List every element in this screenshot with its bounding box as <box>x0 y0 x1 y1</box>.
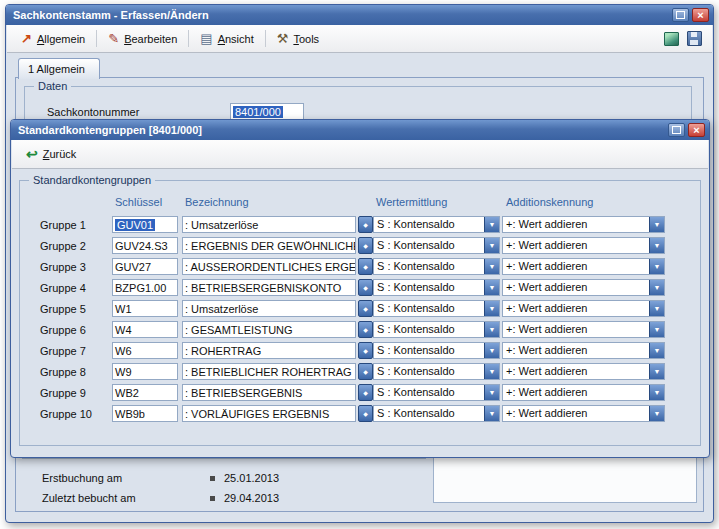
wertermittlung-select[interactable]: S : Kontensaldo▼ <box>373 279 500 296</box>
bezeichnung-field[interactable]: : BETRIEBSERGEBNIS <box>182 384 356 401</box>
lookup-button[interactable]: ◆ <box>358 279 373 296</box>
bezeichnung-field[interactable]: : VORLÄUFIGES ERGEBNIS <box>182 405 356 422</box>
bezeichnung-field[interactable]: : BETRIEBSERGEBNISKONTO <box>182 279 356 296</box>
gruppe-label: Gruppe 3 <box>40 261 112 273</box>
wertermittlung-select[interactable]: S : Kontensaldo▼ <box>373 405 500 422</box>
bezeichnung-field[interactable]: : BETRIEBLICHER ROHERTRAG <box>182 363 356 380</box>
zuletzt-bebucht-row: Zuletzt bebucht am 29.04.2013 <box>42 492 279 504</box>
additionskennung-select[interactable]: +: Wert addieren▼ <box>502 405 665 422</box>
additionskennung-select[interactable]: +: Wert addieren▼ <box>502 342 665 359</box>
back-icon: ↩ <box>26 147 38 161</box>
lookup-button[interactable]: ◆ <box>358 321 373 338</box>
close-button[interactable]: × <box>692 8 709 22</box>
schluessel-value: BZPG1.00 <box>115 282 166 294</box>
wertermittlung-select[interactable]: S : Kontensaldo▼ <box>373 216 500 233</box>
wertermittlung-select[interactable]: S : Kontensaldo▼ <box>373 300 500 317</box>
bezeichnung-field[interactable]: : ROHERTRAG <box>182 342 356 359</box>
menu-tools[interactable]: ⚒ Tools <box>269 29 327 48</box>
schluessel-field[interactable]: W1 <box>112 300 178 317</box>
wertermittlung-select[interactable]: S : Kontensaldo▼ <box>373 363 500 380</box>
schluessel-value: WB9b <box>115 408 145 420</box>
dialog-toolbar: ↩ Zurück <box>12 140 708 169</box>
toolbar-separator <box>96 30 97 47</box>
schluessel-field[interactable]: WB9b <box>112 405 178 422</box>
schluessel-field[interactable]: WB2 <box>112 384 178 401</box>
wertermittlung-select[interactable]: S : Kontensaldo▼ <box>373 384 500 401</box>
dialog-close-button[interactable]: × <box>688 123 705 137</box>
additionskennung-select[interactable]: +: Wert addieren▼ <box>502 363 665 380</box>
dialog-window: Standardkontengruppen [8401/000] × ↩ Zur… <box>10 119 710 458</box>
konto-row: Gruppe 9 WB2 : BETRIEBSERGEBNIS ◆ S : Ko… <box>20 383 698 402</box>
additionskennung-select[interactable]: +: Wert addieren▼ <box>502 216 665 233</box>
package-icon[interactable] <box>664 32 679 46</box>
dropdown-arrow-icon: ▼ <box>484 406 499 421</box>
menu-allgemein[interactable]: ↗ Allgemein <box>13 29 93 48</box>
dropdown-arrow-icon: ▼ <box>649 259 664 274</box>
zurueck-button[interactable]: ↩ Zurück <box>18 144 84 164</box>
dropdown-arrow-icon: ▼ <box>649 280 664 295</box>
schluessel-field[interactable]: GUV24.S3 <box>112 237 178 254</box>
lookup-button[interactable]: ◆ <box>358 237 373 254</box>
lookup-button[interactable]: ◆ <box>358 300 373 317</box>
lookup-icon: ◆ <box>363 389 368 396</box>
schluessel-field[interactable]: W6 <box>112 342 178 359</box>
save-icon[interactable] <box>687 31 702 46</box>
konto-row: Gruppe 4 BZPG1.00 : BETRIEBSERGEBNISKONT… <box>20 278 698 297</box>
dropdown-arrow-icon: ▼ <box>649 406 664 421</box>
schluessel-value: W4 <box>115 324 132 336</box>
dialog-titlebar: Standardkontengruppen [8401/000] × <box>11 120 709 140</box>
tab-allgemein[interactable]: 1 Allgemein <box>18 58 100 79</box>
gruppe-label: Gruppe 4 <box>40 282 112 294</box>
wertermittlung-select[interactable]: S : Kontensaldo▼ <box>373 321 500 338</box>
menu-bearbeiten[interactable]: ✎ Bearbeiten <box>100 29 185 48</box>
schluessel-field[interactable]: GUV27 <box>112 258 178 275</box>
lookup-button[interactable]: ◆ <box>358 405 373 422</box>
lookup-icon: ◆ <box>363 263 368 270</box>
menu-ansicht[interactable]: ▤ Ansicht <box>192 29 261 48</box>
additionskennung-value: +: Wert addieren <box>503 217 649 232</box>
bezeichnung-field[interactable]: : Umsatzerlöse <box>182 216 356 233</box>
additionskennung-select[interactable]: +: Wert addieren▼ <box>502 321 665 338</box>
dialog-minimize-button[interactable] <box>668 123 685 137</box>
dropdown-arrow-icon: ▼ <box>484 238 499 253</box>
bezeichnung-field[interactable]: : Umsatzerlöse <box>182 300 356 317</box>
menu-tools-label: Tools <box>293 33 319 45</box>
wertermittlung-select[interactable]: S : Kontensaldo▼ <box>373 258 500 275</box>
group-divider <box>22 458 426 459</box>
minimize-button[interactable] <box>672 8 689 22</box>
bezeichnung-field[interactable]: : ERGEBNIS DER GEWÖHNLICHEN GES <box>182 237 356 254</box>
additionskennung-select[interactable]: +: Wert addieren▼ <box>502 279 665 296</box>
sachkontonummer-label: Sachkontonummer <box>47 106 139 118</box>
sachkontonummer-input[interactable]: 8401/000 <box>230 103 304 120</box>
schluessel-field[interactable]: BZPG1.00 <box>112 279 178 296</box>
wertermittlung-select[interactable]: S : Kontensaldo▼ <box>373 342 500 359</box>
toolbar-separator <box>265 30 266 47</box>
wertermittlung-select[interactable]: S : Kontensaldo▼ <box>373 237 500 254</box>
schluessel-field[interactable]: GUV01 <box>112 216 178 233</box>
lookup-button[interactable]: ◆ <box>358 363 373 380</box>
wertermittlung-value: S : Kontensaldo <box>374 322 484 337</box>
bezeichnung-field[interactable]: : GESAMTLEISTUNG <box>182 321 356 338</box>
lookup-button[interactable]: ◆ <box>358 258 373 275</box>
lookup-button[interactable]: ◆ <box>358 384 373 401</box>
lookup-button[interactable]: ◆ <box>358 342 373 359</box>
bezeichnung-field[interactable]: : AUSSERORDENTLICHES ERGEBNIS <box>182 258 356 275</box>
main-titlebar: Sachkontenstamm - Erfassen/Ändern × <box>6 5 713 25</box>
window-buttons: × <box>672 8 709 22</box>
additionskennung-value: +: Wert addieren <box>503 322 649 337</box>
additionskennung-value: +: Wert addieren <box>503 259 649 274</box>
gruppe-label: Gruppe 9 <box>40 387 112 399</box>
konto-row: Gruppe 8 W9 : BETRIEBLICHER ROHERTRAG ◆ … <box>20 362 698 381</box>
toolbar-separator <box>188 30 189 47</box>
lookup-button[interactable]: ◆ <box>358 216 373 233</box>
additionskennung-select[interactable]: +: Wert addieren▼ <box>502 384 665 401</box>
additionskennung-value: +: Wert addieren <box>503 238 649 253</box>
gruppe-label: Gruppe 5 <box>40 303 112 315</box>
group-rows: Gruppe 1 GUV01 : Umsatzerlöse ◆ S : Kont… <box>20 215 698 423</box>
additionskennung-select[interactable]: +: Wert addieren▼ <box>502 300 665 317</box>
schluessel-value: W9 <box>115 366 132 378</box>
schluessel-field[interactable]: W9 <box>112 363 178 380</box>
additionskennung-select[interactable]: +: Wert addieren▼ <box>502 258 665 275</box>
schluessel-field[interactable]: W4 <box>112 321 178 338</box>
additionskennung-select[interactable]: +: Wert addieren▼ <box>502 237 665 254</box>
